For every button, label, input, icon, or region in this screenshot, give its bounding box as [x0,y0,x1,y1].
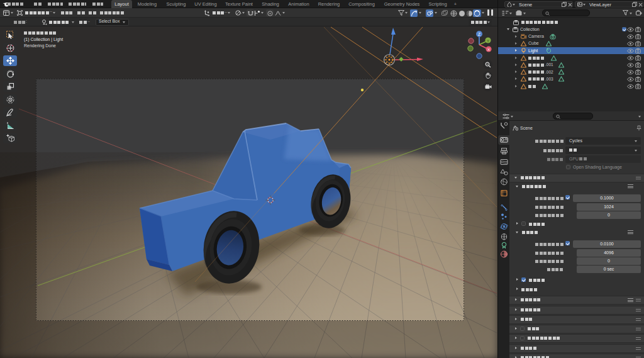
svg-text:Y: Y [487,39,489,43]
svg-text:Z: Z [478,32,480,36]
svg-text:X: X [487,48,490,52]
